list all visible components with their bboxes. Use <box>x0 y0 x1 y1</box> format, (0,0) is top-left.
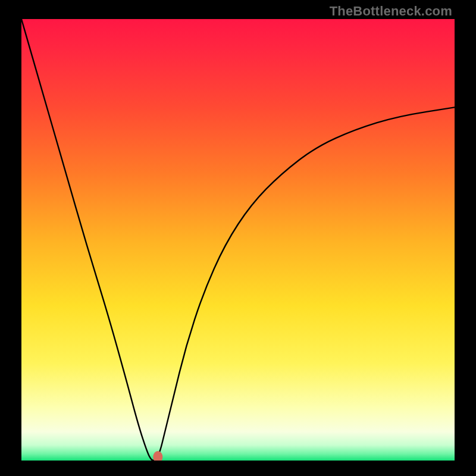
plot-area <box>21 19 455 461</box>
plot-svg <box>21 19 455 461</box>
gradient-background <box>21 19 455 461</box>
watermark-text: TheBottleneck.com <box>330 4 452 19</box>
